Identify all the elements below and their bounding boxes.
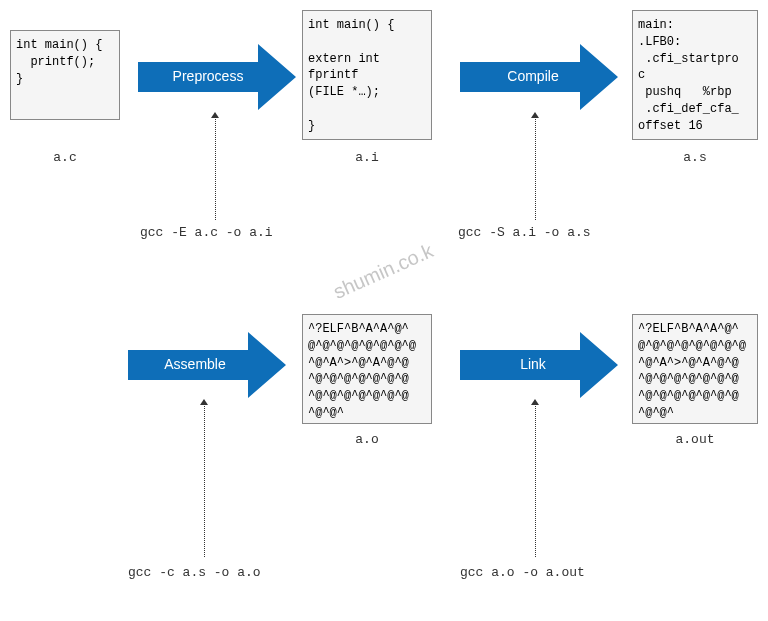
dotted-arrowhead-link: [531, 399, 539, 405]
arrow-label-link: Link: [488, 356, 578, 372]
dotted-line-preprocess: [215, 115, 216, 220]
file-box-as: main: .LFB0: .cfi_startpro c pushq %rbp …: [632, 10, 758, 140]
cmd-preprocess: gcc -E a.c -o a.i: [140, 225, 273, 240]
file-label-ac: a.c: [10, 150, 120, 165]
file-label-ai: a.i: [302, 150, 432, 165]
file-box-ai: int main() { extern int fprintf (FILE *……: [302, 10, 432, 140]
file-label-aout: a.out: [632, 432, 758, 447]
file-label-as: a.s: [632, 150, 758, 165]
dotted-arrowhead-preprocess: [211, 112, 219, 118]
cmd-link: gcc a.o -o a.out: [460, 565, 585, 580]
cmd-assemble: gcc -c a.s -o a.o: [128, 565, 261, 580]
dotted-line-assemble: [204, 402, 205, 557]
arrow-label-preprocess: Preprocess: [148, 68, 268, 84]
file-label-ao: a.o: [302, 432, 432, 447]
cmd-compile: gcc -S a.i -o a.s: [458, 225, 591, 240]
arrow-label-compile: Compile: [478, 68, 588, 84]
file-box-ao: ^?ELF^B^A^A^@^ @^@^@^@^@^@^@^@ ^@^A^>^@^…: [302, 314, 432, 424]
dotted-line-link: [535, 402, 536, 557]
dotted-arrowhead-compile: [531, 112, 539, 118]
watermark: shumin.co.k: [330, 239, 437, 303]
dotted-line-compile: [535, 115, 536, 220]
arrow-label-assemble: Assemble: [140, 356, 250, 372]
dotted-arrowhead-assemble: [200, 399, 208, 405]
file-box-aout: ^?ELF^B^A^A^@^ @^@^@^@^@^@^@^@ ^@^A^>^@^…: [632, 314, 758, 424]
file-box-ac: int main() { printf(); }: [10, 30, 120, 120]
